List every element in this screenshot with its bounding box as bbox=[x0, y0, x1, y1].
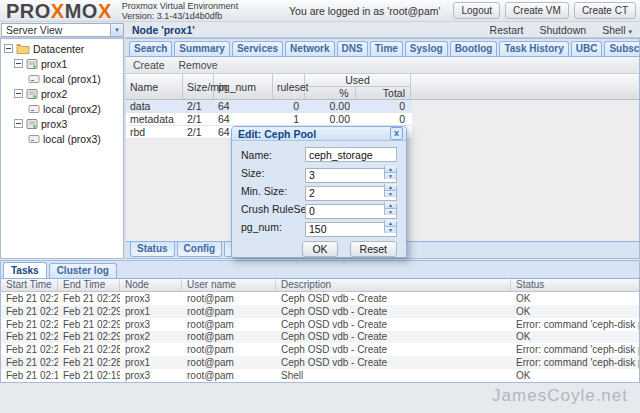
tree-item-label: local (prox3) bbox=[43, 133, 101, 145]
column-header-description[interactable]: Description bbox=[276, 279, 511, 291]
tab-services[interactable]: Services bbox=[232, 41, 283, 56]
shutdown-button[interactable]: Shutdown bbox=[539, 24, 586, 36]
tab-time[interactable]: Time bbox=[370, 41, 403, 56]
remove-pool-button[interactable]: Remove bbox=[179, 59, 218, 71]
tree-item-prox2[interactable]: prox2 bbox=[1, 86, 123, 101]
field-label: Size: bbox=[241, 167, 305, 179]
task-row[interactable]: Feb 21 02:28:13 Feb 21 02:28:14 prox1 ro… bbox=[1, 356, 639, 369]
shell-label: Shell bbox=[602, 24, 625, 36]
column-header-ruleset[interactable]: ruleset bbox=[273, 74, 305, 99]
node-actions: Restart Shutdown Shell▾ bbox=[490, 24, 632, 36]
name-field[interactable] bbox=[305, 147, 397, 162]
pool-row-metadata[interactable]: metadata 2/1 64 1 0.00 0 bbox=[126, 113, 412, 126]
spinner-up-icon[interactable]: ▲ bbox=[385, 202, 396, 209]
cell-size-min: 2/1 bbox=[183, 126, 214, 138]
tab-ubc[interactable]: UBC bbox=[571, 41, 603, 56]
tab-network[interactable]: Network bbox=[285, 41, 334, 56]
collapse-icon[interactable] bbox=[14, 89, 23, 98]
subtab-config[interactable]: Config bbox=[177, 242, 223, 257]
task-row[interactable]: Feb 21 02:19:13 Feb 21 02:19:33 prox3 ro… bbox=[1, 369, 639, 382]
create-vm-button[interactable]: Create VM bbox=[505, 2, 569, 19]
tree-item-label: prox1 bbox=[41, 58, 67, 70]
pool-toolbar: Create Remove bbox=[126, 57, 639, 74]
storage-icon bbox=[28, 74, 40, 84]
view-selector-combo[interactable]: Server View ▾ bbox=[1, 23, 124, 37]
task-row[interactable]: Feb 21 02:29:25 Feb 21 02:29:31 prox1 ro… bbox=[1, 305, 639, 318]
tab-bootlog[interactable]: Bootlog bbox=[450, 41, 498, 56]
shell-button[interactable]: Shell▾ bbox=[602, 24, 632, 36]
task-row[interactable]: Feb 21 02:29:26 Feb 21 02:29:27 prox3 ro… bbox=[1, 318, 639, 331]
tab-tasks[interactable]: Tasks bbox=[3, 262, 47, 278]
subtab-status[interactable]: Status bbox=[130, 242, 175, 257]
view-selector-value: Server View bbox=[6, 24, 62, 36]
server-icon bbox=[26, 118, 38, 130]
cell-start-time: Feb 21 02:29:48 bbox=[1, 293, 58, 304]
column-header-name[interactable]: Name bbox=[126, 74, 183, 99]
cell-end-time: Feb 21 02:19:33 bbox=[58, 370, 120, 381]
dialog-title-bar[interactable]: Edit: Ceph Pool x bbox=[232, 127, 406, 141]
tab-summary[interactable]: Summary bbox=[174, 41, 230, 56]
cell-status: Error: command 'ceph-disk prepare --... bbox=[511, 344, 639, 355]
column-header-node[interactable]: Node bbox=[120, 279, 182, 291]
close-icon[interactable]: x bbox=[390, 127, 403, 140]
tab-search[interactable]: Search bbox=[129, 41, 172, 56]
tree-item-prox3[interactable]: prox3 bbox=[1, 116, 123, 131]
task-row[interactable]: Feb 21 02:29:02 Feb 21 02:29:08 prox2 ro… bbox=[1, 331, 639, 344]
restart-button[interactable]: Restart bbox=[490, 24, 524, 36]
cell-status: OK bbox=[511, 293, 639, 304]
spinner-down-icon[interactable]: ▼ bbox=[385, 227, 396, 233]
storage-icon bbox=[28, 104, 40, 114]
cell-description: Ceph OSD vdb - Create bbox=[276, 331, 511, 342]
tree-item-local-prox2[interactable]: local (prox2) bbox=[1, 101, 123, 116]
field-label: Crush RuleSet: bbox=[241, 203, 305, 215]
tab-subscription[interactable]: Subscription bbox=[604, 41, 639, 56]
cell-status: Error: command 'ceph-disk prepare --... bbox=[511, 357, 639, 368]
cell-description: Ceph OSD vdb - Create bbox=[276, 306, 511, 317]
ok-button[interactable]: OK bbox=[302, 241, 337, 257]
task-row[interactable]: Feb 21 02:29:48 Feb 21 02:29:54 prox3 ro… bbox=[1, 292, 639, 305]
tree-item-datacenter[interactable]: Datacenter bbox=[1, 41, 123, 56]
create-pool-button[interactable]: Create bbox=[133, 59, 165, 71]
collapse-icon[interactable] bbox=[14, 59, 23, 68]
column-header-user-name[interactable]: User name bbox=[182, 279, 276, 291]
tree-item-prox1[interactable]: prox1 bbox=[1, 56, 123, 71]
logout-button[interactable]: Logout bbox=[453, 2, 500, 19]
cell-status: OK bbox=[511, 331, 639, 342]
spinner-down-icon[interactable]: ▼ bbox=[385, 173, 396, 179]
pool-row-data[interactable]: data 2/1 64 0 0.00 0 bbox=[126, 100, 412, 113]
field-pg-num: pg_num: ▲▼ bbox=[241, 219, 397, 234]
field-min-size: Min. Size: ▲▼ bbox=[241, 183, 397, 198]
spinner-down-icon[interactable]: ▼ bbox=[385, 209, 396, 215]
tree-item-local-prox1[interactable]: local (prox1) bbox=[1, 71, 123, 86]
tab-cluster-log[interactable]: Cluster log bbox=[49, 263, 117, 278]
tree-item-local-prox3[interactable]: local (prox3) bbox=[1, 131, 123, 146]
cell-node: prox1 bbox=[120, 306, 182, 317]
create-ct-button[interactable]: Create CT bbox=[574, 2, 636, 19]
column-header-size-min[interactable]: Size/min bbox=[183, 74, 214, 99]
column-header-end-time[interactable]: End Time bbox=[58, 279, 120, 291]
column-header-used-total[interactable]: Total bbox=[356, 87, 410, 99]
logo-part: MO bbox=[65, 0, 98, 22]
spinner-down-icon[interactable]: ▼ bbox=[385, 191, 396, 197]
tab-syslog[interactable]: Syslog bbox=[405, 41, 448, 56]
spinner-up-icon[interactable]: ▲ bbox=[385, 166, 396, 173]
column-header-used[interactable]: Used bbox=[305, 74, 410, 87]
collapse-icon[interactable] bbox=[14, 119, 23, 128]
column-header-pg-num[interactable]: pg_num bbox=[214, 74, 273, 99]
tab-task-history[interactable]: Task History bbox=[499, 41, 568, 56]
collapse-icon[interactable] bbox=[4, 44, 13, 53]
task-row[interactable]: Feb 21 02:28:28 Feb 21 02:28:29 prox2 ro… bbox=[1, 343, 639, 356]
field-label: Name: bbox=[241, 149, 305, 161]
column-header-status[interactable]: Status bbox=[511, 279, 639, 291]
dialog-footer: OK Reset bbox=[232, 237, 406, 257]
spinner-up-icon[interactable]: ▲ bbox=[385, 184, 396, 191]
tab-dns[interactable]: DNS bbox=[337, 41, 368, 56]
cell-used-total: 0 bbox=[356, 113, 411, 125]
reset-button[interactable]: Reset bbox=[350, 241, 397, 257]
column-header-start-time[interactable]: Start Time bbox=[1, 279, 58, 291]
cell-end-time: Feb 21 02:29:31 bbox=[58, 306, 120, 317]
column-header-used-pct[interactable]: % bbox=[305, 87, 356, 99]
spinner-up-icon[interactable]: ▲ bbox=[385, 220, 396, 227]
pg-num-spinner: ▲▼ bbox=[384, 220, 396, 233]
chevron-down-icon[interactable]: ▾ bbox=[110, 24, 123, 36]
